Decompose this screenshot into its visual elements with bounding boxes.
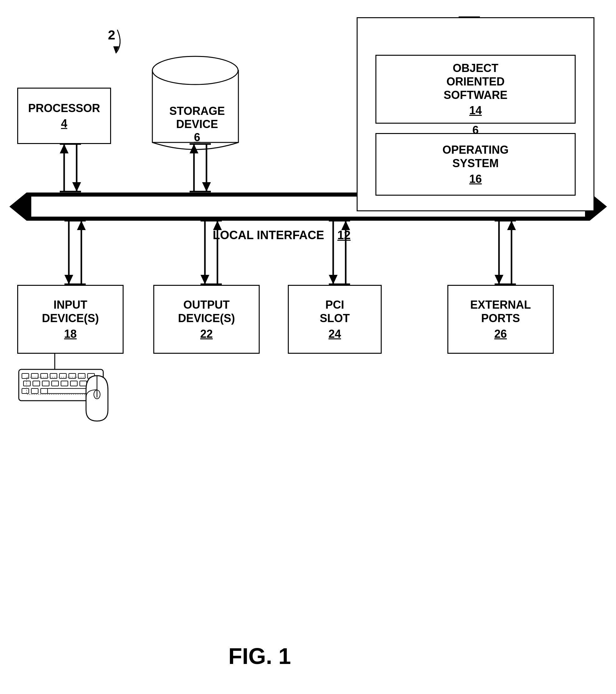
output-devices-label: OUTPUT DEVICE(S) (178, 298, 235, 325)
processor-box: PROCESSOR 4 (17, 88, 111, 144)
diagram-container: 2 COMPUTER MEMORY 6 OBJECT ORIENTED SOFT… (0, 0, 616, 694)
svg-marker-17 (202, 182, 211, 191)
oos-ref: 14 (469, 104, 482, 117)
svg-marker-33 (201, 275, 209, 284)
processor-ref: 4 (61, 117, 67, 130)
storage-device-area: STORAGE DEVICE 6 (150, 41, 244, 144)
svg-marker-27 (64, 275, 73, 284)
mouse-icon (80, 374, 114, 423)
processor-label: PROCESSOR (28, 102, 100, 115)
input-devices-ref: 18 (64, 327, 77, 341)
oos-label: OBJECT ORIENTED SOFTWARE (444, 61, 507, 102)
pci-slot-ref: 24 (329, 327, 341, 341)
svg-marker-5 (10, 193, 26, 221)
fig-label: FIG. 1 (228, 643, 291, 669)
svg-marker-9 (60, 144, 69, 153)
external-ports-box: EXTERNAL PORTS 26 (447, 285, 554, 354)
svg-marker-11 (72, 182, 81, 191)
input-devices-box: INPUT DEVICE(S) 18 (17, 285, 124, 354)
storage-ref: 6 (194, 131, 200, 144)
input-devices-label: INPUT DEVICE(S) (42, 298, 99, 325)
oos-box: OBJECT ORIENTED SOFTWARE 14 (375, 55, 576, 124)
storage-label: STORAGE DEVICE (169, 105, 225, 131)
pci-slot-label: PCI SLOT (320, 298, 350, 325)
svg-marker-47 (507, 221, 516, 230)
pci-slot-box: PCI SLOT 24 (288, 285, 382, 354)
ref-2: 2 (108, 28, 115, 42)
svg-marker-15 (190, 144, 198, 153)
os-box: OPERATING SYSTEM 16 (375, 133, 576, 196)
local-interface-ref: 12 (337, 229, 350, 242)
external-ports-ref: 26 (494, 327, 507, 341)
svg-marker-45 (494, 275, 503, 284)
bus-label: LOCAL INTERFACE 12 (213, 229, 351, 242)
svg-marker-39 (329, 275, 338, 284)
svg-marker-52 (113, 46, 119, 53)
svg-marker-29 (77, 221, 86, 230)
external-ports-label: EXTERNAL PORTS (470, 298, 531, 325)
output-devices-ref: 22 (200, 327, 213, 341)
os-ref: 16 (469, 172, 482, 186)
os-label: OPERATING SYSTEM (442, 143, 508, 170)
output-devices-box: OUTPUT DEVICE(S) 22 (153, 285, 260, 354)
local-interface-text: LOCAL INTERFACE (213, 229, 324, 242)
